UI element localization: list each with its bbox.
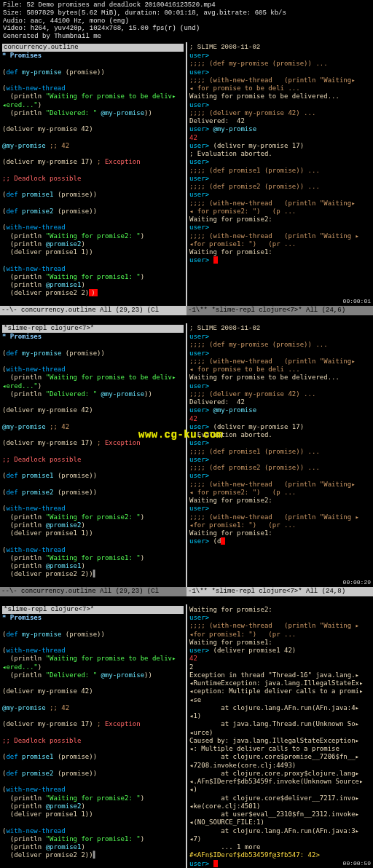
left-code-2[interactable]: * Promises (def my-promise (promise)) (w… bbox=[2, 333, 184, 579]
right-title-2: ; SLIME 2008-11-02 bbox=[189, 325, 371, 333]
header-file: File: 52 Demo promises and deadlock 2010… bbox=[3, 1, 370, 9]
left-titlebar-2: *slime-repl clojure<7>* bbox=[2, 325, 184, 333]
minibuf-2[interactable] bbox=[0, 596, 373, 604]
right-pane-1[interactable]: ; SLIME 2008-11-02 user> ;;;; (def my-pr… bbox=[187, 42, 373, 306]
right-modeline-2: -1\** *slime-repl clojure<7>* All (24,8) bbox=[186, 587, 373, 596]
right-pane-2[interactable]: ; SLIME 2008-11-02 user> ;;;; (def my-pr… bbox=[187, 323, 373, 587]
minibuf-1[interactable] bbox=[0, 315, 373, 323]
frame-2: www.cg-ku.com *slime-repl clojure<7>* * … bbox=[0, 323, 373, 587]
right-pane-3[interactable]: Waiting for promise2: user> ;;;; (with-n… bbox=[187, 604, 373, 868]
frame-3: *slime-repl clojure<7>* * Promises (def … bbox=[0, 604, 373, 868]
left-code-3[interactable]: * Promises (def my-promise (promise)) (w… bbox=[2, 614, 184, 860]
watermark: www.cg-ku.com bbox=[138, 429, 223, 442]
header-generator: Generated by Thumbnail me bbox=[3, 33, 370, 41]
repl-1[interactable]: user> ;;;; (def my-promise (promise)) ..… bbox=[189, 52, 371, 265]
timestamp-1: 00:00:01 bbox=[343, 298, 371, 305]
header-audio: Audio: aac, 44100 Hz, mono (eng) bbox=[3, 17, 370, 25]
repl-3[interactable]: Waiting for promise2: user> ;;;; (with-n… bbox=[189, 606, 371, 868]
right-modeline-1: -1\** *slime-repl clojure<7>* All (24,6) bbox=[186, 306, 373, 315]
left-modeline-2: --\- concurrency.outline All (29,23) (Cl bbox=[0, 587, 186, 596]
file-header: File: 52 Demo promises and deadlock 2010… bbox=[0, 0, 373, 42]
left-pane-3[interactable]: *slime-repl clojure<7>* * Promises (def … bbox=[0, 604, 186, 868]
frame-1: concurrency.outline * Promises (def my-p… bbox=[0, 42, 373, 306]
left-modeline-1: --\- concurrency.outline All (29,23) (Cl bbox=[0, 306, 186, 315]
left-pane-1[interactable]: concurrency.outline * Promises (def my-p… bbox=[0, 42, 186, 306]
timestamp-2: 00:00:29 bbox=[343, 579, 371, 586]
left-titlebar-3: *slime-repl clojure<7>* bbox=[2, 606, 184, 614]
left-code-1[interactable]: * Promises (def my-promise (promise)) (w… bbox=[2, 52, 184, 298]
header-size: Size: 5897829 bytes(5.62 MiB), duration:… bbox=[3, 9, 370, 17]
right-title-1: ; SLIME 2008-11-02 bbox=[189, 44, 371, 52]
timestamp-3: 00:00:59 bbox=[343, 860, 371, 867]
left-pane-2[interactable]: *slime-repl clojure<7>* * Promises (def … bbox=[0, 323, 186, 587]
left-titlebar-1: concurrency.outline bbox=[2, 44, 184, 52]
modeline-2: --\- concurrency.outline All (29,23) (Cl… bbox=[0, 587, 373, 596]
modeline-1: --\- concurrency.outline All (29,23) (Cl… bbox=[0, 306, 373, 315]
header-video: Video: h264, yuv420p, 1024x768, 15.00 fp… bbox=[3, 25, 370, 33]
